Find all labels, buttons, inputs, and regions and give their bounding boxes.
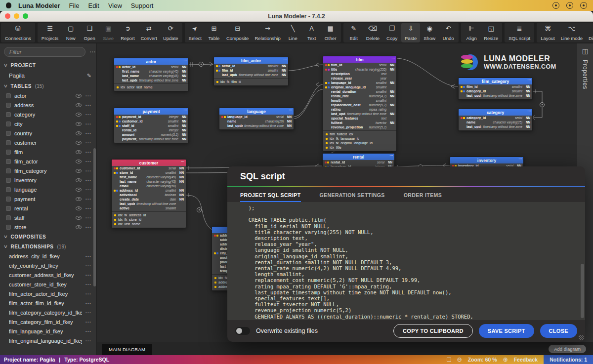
column-row[interactable]: first_namecharacter varying(45)NN (112, 175, 186, 179)
section-project[interactable]: ∨ PROJECT (0, 60, 96, 70)
column-row[interactable]: last_updatetimestamp without time zoneNN (459, 93, 532, 98)
column-row[interactable]: create_datedateNN (112, 197, 186, 202)
item-menu-icon[interactable]: ⋯ (85, 102, 91, 109)
table-menu-icon[interactable]: ⋯ (283, 57, 287, 61)
project-item-pagila[interactable]: Pagila ✎ (0, 70, 96, 81)
line-mode-button[interactable]: ⌥Line mode (558, 23, 586, 42)
column-row[interactable]: lengthsmallint (323, 98, 396, 103)
column-row[interactable]: fulltexttsvectorNN (323, 121, 396, 125)
edit-button[interactable]: ✎Edit (344, 23, 363, 42)
update-button[interactable]: ⟳Update (160, 23, 181, 42)
feedback-link[interactable]: Feedback (514, 357, 538, 363)
sidebar-item-country[interactable]: country⋯ (0, 128, 96, 138)
section-composites[interactable]: ∨ COMPOSITES (0, 232, 96, 242)
item-menu-icon[interactable]: ⋯ (85, 290, 91, 297)
table-header[interactable]: actor⋯ (114, 58, 188, 65)
sidebar-item-film_category[interactable]: film_category⋯ (0, 166, 96, 175)
projects-button[interactable]: ☰Projects (39, 23, 61, 42)
column-row[interactable]: staff_idsmallintNN (114, 123, 188, 128)
column-row[interactable]: ratingmpaa_rating (323, 107, 396, 112)
section-relationships[interactable]: ∨ RELATIONSHIPS (19) (0, 242, 96, 251)
item-menu-icon[interactable]: ⋯ (85, 214, 91, 221)
column-row[interactable]: last_updatetimestamp without time zone (112, 202, 186, 206)
sidebar-scrollbar[interactable] (93, 148, 96, 286)
column-row[interactable]: original_language_idsmallint (323, 85, 396, 89)
column-row[interactable]: customer_idserialNN (112, 166, 186, 170)
visibility-eye-icon[interactable] (76, 225, 82, 229)
open-button[interactable]: ❏Open (80, 23, 99, 42)
item-menu-icon[interactable]: ⋯ (85, 309, 91, 316)
sidebar-item-address_city_id_fkey[interactable]: address_city_id_fkey⋯ (0, 251, 96, 261)
paste-button[interactable]: ⇩Paste (401, 23, 420, 42)
column-row[interactable]: last_updatetimestamp without time zoneNN (214, 73, 288, 77)
column-row[interactable]: store_idsmallintNN (112, 170, 186, 175)
copy-button[interactable]: ❐Copy (382, 23, 401, 42)
table-menu-icon[interactable]: ⋯ (181, 160, 184, 163)
table-header[interactable]: inventory⋯ (450, 157, 523, 163)
item-menu-icon[interactable]: ⋯ (85, 167, 91, 174)
visibility-eye-icon[interactable] (76, 188, 82, 192)
column-row[interactable]: category_idserialNN (459, 116, 532, 120)
lock-icon[interactable] (566, 2, 573, 9)
item-menu-icon[interactable]: ⋯ (85, 253, 91, 260)
column-row[interactable]: customer_idsmallintNN (114, 119, 188, 123)
sidebar-item-staff[interactable]: staff⋯ (0, 213, 96, 222)
visibility-eye-icon[interactable] (76, 131, 82, 135)
delete-button[interactable]: ⌫Delete (363, 23, 382, 42)
undo-button[interactable]: ↶Undo (439, 23, 458, 42)
diagram-table-film_category[interactable]: film_category⋯film_idsmallintNNcategory_… (458, 78, 533, 100)
shield-icon[interactable] (580, 2, 587, 9)
sidebar-item-customer_address_id_fkey[interactable]: customer_address_id_fkey⋯ (0, 270, 96, 280)
column-row[interactable]: film_idsmallintNN (459, 84, 532, 89)
item-menu-icon[interactable]: ⋯ (85, 196, 91, 202)
column-row[interactable]: last_namecharacter varying(45)NN (112, 179, 186, 184)
sidebar-item-store[interactable]: store⋯ (0, 222, 96, 232)
item-menu-icon[interactable]: ⋯ (85, 337, 91, 344)
item-menu-icon[interactable]: ⋯ (85, 328, 91, 335)
diagram-table-film_actor[interactable]: film_actor⋯actor_idsmallintNNfilm_idsmal… (213, 57, 289, 86)
table-header[interactable]: film_category⋯ (459, 78, 532, 84)
column-row[interactable]: address_idsmallintNN (112, 188, 186, 193)
column-row[interactable]: payment_idintegerNN (114, 115, 188, 119)
filter-input[interactable] (4, 47, 85, 57)
menu-item-file[interactable]: File (69, 2, 80, 9)
table-menu-icon[interactable]: ⋯ (389, 154, 393, 158)
index-row[interactable]: idx_title (323, 145, 396, 150)
sidebar-item-city_country_id_fkey[interactable]: city_country_id_fkey⋯ (0, 261, 96, 270)
diagram-table-payment[interactable]: payment⋯payment_idintegerNNcustomer_idsm… (114, 108, 189, 143)
sidebar-item-category[interactable]: category⋯ (0, 110, 96, 119)
visibility-eye-icon[interactable] (76, 206, 82, 210)
item-menu-icon[interactable]: ⋯ (85, 158, 91, 165)
line-button[interactable]: ╲Line (284, 23, 302, 42)
table-menu-icon[interactable]: ⋯ (183, 58, 187, 62)
visibility-eye-icon[interactable] (76, 197, 82, 201)
apple-menu-icon[interactable] (6, 2, 11, 8)
diagram-table-customer[interactable]: customer⋯customer_idserialNNstore_idsmal… (111, 159, 186, 228)
column-row[interactable]: activesmallint (112, 206, 186, 210)
sql-code-area[interactable]: ); CREATE TABLE public.film( film_id ser… (227, 202, 585, 320)
item-menu-icon[interactable]: ⋯ (85, 300, 91, 307)
table-menu-icon[interactable]: ⋯ (289, 108, 292, 112)
show-button[interactable]: ◉Show (420, 23, 439, 42)
column-row[interactable]: payment_datetimestamp without time zoneN… (114, 137, 188, 141)
zoom-out-icon[interactable]: ⊖ (457, 356, 462, 363)
relationship-button[interactable]: ⇝Relationship (252, 23, 283, 42)
item-menu-icon[interactable]: ⋯ (85, 121, 91, 127)
column-row[interactable]: namecharacter varying(25)NN (459, 120, 532, 124)
item-menu-icon[interactable]: ⋯ (85, 149, 91, 156)
table-menu-icon[interactable]: ⋯ (527, 109, 531, 113)
sidebar-item-film_language_id_fkey[interactable]: film_language_id_fkey⋯ (0, 326, 96, 336)
index-row[interactable]: idx_fk_original_language_id (323, 141, 396, 145)
column-row[interactable]: last_namecharacter varying(45)NN (114, 74, 188, 78)
sidebar-item-film_category_film_id_fkey[interactable]: film_category_film_id_fkey⋯ (0, 317, 96, 326)
column-row[interactable]: rental_durationsmallintNN (323, 89, 396, 94)
align-button[interactable]: ⊫Align (462, 23, 481, 42)
column-row[interactable]: activeboolbooleanNN (112, 193, 186, 197)
visibility-eye-icon[interactable] (76, 94, 82, 98)
sidebar-item-film_category_category_id_fkey[interactable]: film_category_category_id_fkey⋯ (0, 308, 96, 317)
sql-script-button[interactable]: ≣SQL script (506, 23, 533, 42)
table-header[interactable]: category⋯ (459, 109, 532, 116)
new-button[interactable]: ▢New (61, 23, 80, 42)
properties-tab-label[interactable]: Properties (582, 60, 589, 89)
table-button[interactable]: ⊞Table (205, 23, 223, 42)
